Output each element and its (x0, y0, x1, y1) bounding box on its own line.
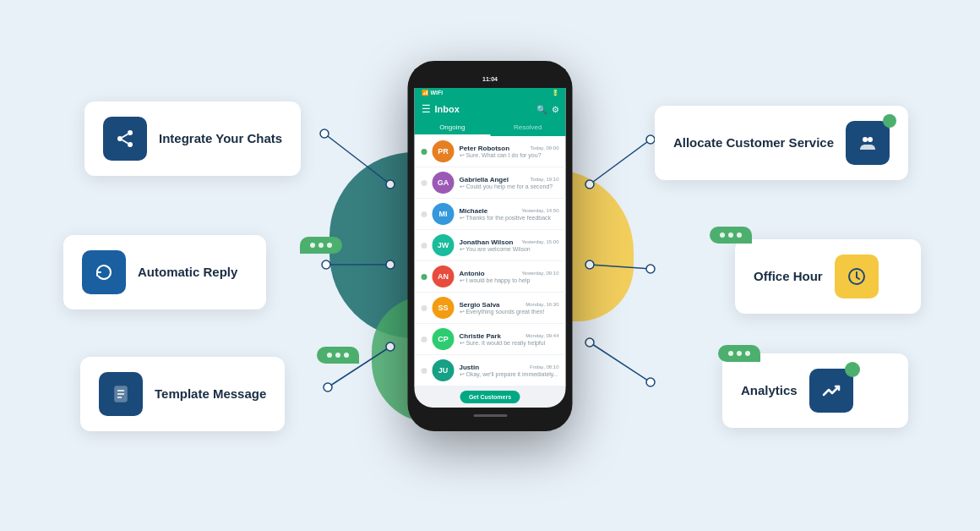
automatic-reply-label: Automatic Reply (138, 264, 237, 281)
phone-home-bar (415, 408, 566, 423)
tab-resolved[interactable]: Resolved (490, 120, 566, 136)
automatic-reply-card: Automatic Reply (63, 235, 266, 309)
phone-inbox-title: Inbox (435, 104, 460, 114)
chat-list: PR Peter Robotson Today, 09:00 ↩ Sure. W… (415, 136, 566, 386)
phone-mockup: 11:04 📶 WiFi 🔋 ☰ Inbox 🔍 ⚙ Ongo (408, 61, 573, 431)
svg-point-18 (128, 130, 133, 135)
integrate-chats-card: Integrate Your Chats (84, 101, 301, 176)
analytics-card: Analytics (722, 353, 908, 428)
people-icon (846, 121, 890, 165)
phone-status-right: 🔋 (552, 90, 559, 96)
chat-item[interactable]: JU Justin Friday, 08:10 ↩ Okay, we'll pr… (415, 355, 566, 386)
refresh-icon (82, 250, 126, 294)
svg-point-20 (128, 142, 133, 147)
allocate-customer-service-card: Allocate Customer Service (655, 106, 908, 180)
chat-item[interactable]: SS Sergio Salva Monday, 16:30 ↩ Everythi… (415, 293, 566, 324)
office-hour-card: Office Hour (735, 239, 921, 314)
phone-status-left: 📶 WiFi (422, 90, 444, 96)
phone-header-icons: 🔍 ⚙ (536, 105, 559, 114)
file-icon (99, 372, 143, 416)
svg-line-31 (857, 277, 859, 279)
phone-tabs: Ongoing Resolved (415, 120, 566, 136)
chat-item[interactable]: CP Christie Park Monday, 09:44 ↩ Sure. I… (415, 324, 566, 355)
chat-item[interactable]: AN Antonio Yesterday, 09:10 ↩ I would be… (415, 261, 566, 293)
chat-item[interactable]: GA Gabriella Angel Today, 19:10 ↩ Could … (415, 167, 566, 199)
chat-bubble-right-mid (718, 345, 760, 362)
chat-item[interactable]: JW Jonathan Wilson Yesterday, 15:00 ↩ Yo… (415, 230, 566, 261)
svg-line-21 (122, 140, 128, 144)
template-message-label: Template Message (155, 386, 266, 402)
chat-bubble-right-top (710, 227, 752, 244)
phone-header: ☰ Inbox 🔍 ⚙ (415, 98, 566, 120)
chart-icon (809, 369, 853, 413)
office-hour-label: Office Hour (754, 268, 823, 285)
svg-point-27 (863, 137, 868, 142)
chat-bubble-right-bottom (317, 347, 359, 364)
analytics-label: Analytics (741, 382, 798, 399)
phone-time: 11:04 (482, 76, 498, 82)
svg-point-19 (117, 136, 122, 141)
share-icon (103, 117, 147, 161)
chat-item[interactable]: PR Peter Robotson Today, 09:00 ↩ Sure. W… (415, 136, 566, 167)
get-customers-button[interactable]: Get Customers (460, 391, 520, 403)
allocate-label: Allocate Customer Service (673, 134, 834, 151)
phone-status-bar: 📶 WiFi 🔋 (415, 88, 566, 98)
integrate-chats-label: Integrate Your Chats (159, 130, 282, 147)
template-message-card: Template Message (80, 357, 285, 431)
chat-bubble-left (300, 237, 342, 254)
tab-ongoing[interactable]: Ongoing (415, 120, 491, 136)
clock-icon (835, 255, 879, 298)
chat-item[interactable]: MI Michaele Yesterday, 14:50 ↩ Thanks fo… (415, 199, 566, 230)
svg-line-22 (122, 134, 128, 138)
svg-point-28 (868, 137, 873, 142)
